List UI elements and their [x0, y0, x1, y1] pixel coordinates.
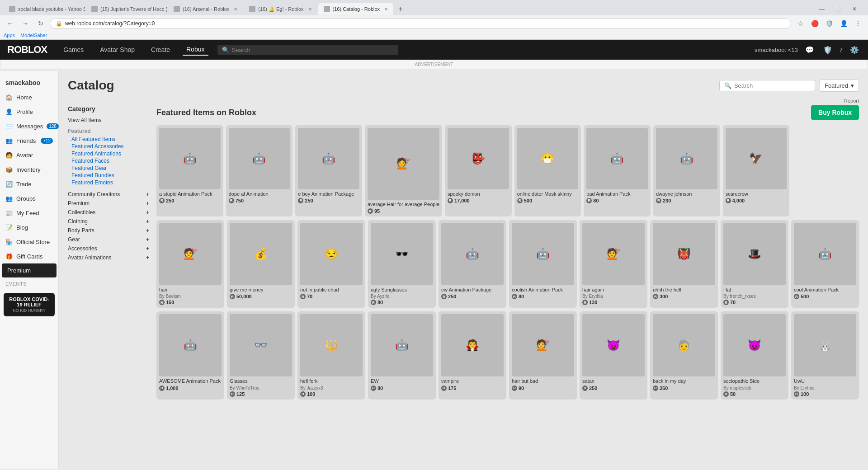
search-bar-top[interactable]: 🔍: [217, 45, 398, 55]
sidebar-item-home[interactable]: 🏠 Home: [0, 90, 58, 104]
cat-community-creations[interactable]: Community Creations +: [68, 190, 149, 199]
tab-5[interactable]: (16) Catalog - Roblox ✕: [318, 3, 394, 15]
sidebar-item-myfeed[interactable]: 📰 My Feed: [0, 206, 58, 220]
item-card-2-3[interactable]: 🤖 EW R 80: [368, 311, 436, 399]
view-all-link[interactable]: View All Items: [68, 116, 149, 124]
item-card-1-9[interactable]: 🤖 cool Animation Pack R 500: [791, 220, 859, 308]
sidebar-item-avatar[interactable]: 🧑 Avatar: [0, 148, 58, 162]
item-price-0-6: R 80: [586, 198, 648, 203]
search-input-top[interactable]: [232, 47, 394, 53]
modelsaber-link[interactable]: ModelSaber: [20, 33, 47, 38]
reload-button[interactable]: ↻: [34, 17, 47, 30]
sidebar-item-blog[interactable]: 📝 Blog: [0, 220, 58, 235]
extension-icon-2[interactable]: 🛡️: [823, 17, 835, 30]
cat-accessories[interactable]: Accessories +: [68, 244, 149, 253]
item-card-0-6[interactable]: 🤖 bad Animation Pack R 80: [584, 125, 651, 216]
sidebar-item-gift-cards[interactable]: 🎁 Gift Cards: [0, 249, 58, 263]
nav-robux[interactable]: Robux: [183, 44, 208, 56]
item-thumb-0-6: 🤖: [586, 128, 648, 189]
nav-avatar-shop[interactable]: Avatar Shop: [96, 44, 138, 55]
item-card-2-1[interactable]: 👓 Glasses By WhoToTrus R 125: [227, 311, 295, 399]
tab-close-4[interactable]: ✕: [308, 7, 312, 12]
cat-featured-gear[interactable]: Featured Gear: [68, 164, 149, 172]
cat-featured-animations[interactable]: Featured Animations: [68, 150, 149, 157]
address-input[interactable]: [65, 20, 785, 27]
minimize-button[interactable]: —: [816, 3, 828, 15]
cat-gear[interactable]: Gear +: [68, 235, 149, 244]
item-card-1-1[interactable]: 💰 give me money R 50,000: [227, 220, 295, 308]
item-card-2-2[interactable]: 🔱 hell fork By Jazzyx3 R 100: [297, 311, 365, 399]
item-card-2-7[interactable]: 🧓 back in my day R 250: [650, 311, 718, 399]
cat-body-parts[interactable]: Body Parts +: [68, 226, 149, 235]
sidebar-item-groups[interactable]: 👥 Groups: [0, 191, 58, 206]
cat-all-featured[interactable]: All Featured Items: [68, 136, 149, 143]
tab-close-5[interactable]: ✕: [384, 7, 388, 12]
item-card-2-5[interactable]: 💇 hair but bad R 90: [509, 311, 577, 399]
tab-4[interactable]: (16) 🔔 Eg! - Roblox ✕: [244, 3, 317, 15]
catalog-search-input[interactable]: [734, 82, 810, 89]
buy-robux-button[interactable]: Buy Robux: [811, 105, 859, 120]
shield-icon[interactable]: 🛡️: [821, 43, 834, 56]
item-card-2-8[interactable]: 😈 sociopathic Side By maplestick R 50: [721, 311, 788, 399]
sidebar-item-messages[interactable]: ✉️ Messages 128: [0, 119, 58, 133]
maximize-button[interactable]: ⬜: [832, 3, 844, 15]
item-card-2-4[interactable]: 🧛 vampire R 175: [439, 311, 506, 399]
menu-icon[interactable]: ⋮: [852, 17, 864, 30]
cat-collectibles[interactable]: Collectibles +: [68, 208, 149, 217]
cat-featured-faces[interactable]: Featured Faces: [68, 157, 149, 164]
item-card-1-8[interactable]: 🎩 Hat By french_rxses R 70: [721, 220, 788, 308]
item-card-1-4[interactable]: 🤖 ew Animation Package R 250: [439, 220, 506, 308]
sort-dropdown[interactable]: Featured ▾: [820, 80, 859, 92]
item-name-2-4: vampire: [441, 378, 504, 384]
tab-1[interactable]: social blade youtube - Yahoo Se... ✕: [4, 3, 85, 15]
report-link[interactable]: Report: [68, 98, 859, 103]
sidebar-item-friends[interactable]: 👥 Friends 712: [0, 133, 58, 148]
item-card-2-0[interactable]: 🤖 AWESOME Animation Pack R 1,000: [156, 311, 224, 399]
item-card-1-6[interactable]: 💇 hair again By Erythia R 130: [580, 220, 647, 308]
sidebar-item-official-store[interactable]: 🏪 Official Store: [0, 235, 58, 249]
nav-create[interactable]: Create: [147, 44, 174, 55]
item-card-0-2[interactable]: 🤖 e boy Animation Package R 250: [295, 125, 362, 216]
apps-link[interactable]: Apps: [4, 33, 15, 38]
item-card-2-6[interactable]: 😈 satan R 250: [580, 311, 647, 399]
item-card-1-2[interactable]: 😒 not in public chad R 70: [297, 220, 365, 308]
tab-3[interactable]: (16) Arsenal - Roblox ✕: [168, 3, 243, 15]
forward-button[interactable]: →: [19, 17, 32, 30]
tab-close-3[interactable]: ✕: [234, 7, 237, 12]
sidebar-item-premium[interactable]: Premium: [2, 263, 57, 277]
new-tab-button[interactable]: +: [394, 3, 407, 15]
item-card-0-0[interactable]: 🤖 a stupid Animation Pack R 250: [156, 125, 223, 216]
bookmark-icon[interactable]: ☆: [794, 17, 807, 30]
extension-icon-1[interactable]: 🔴: [808, 17, 821, 30]
avatar-icon[interactable]: 👤: [837, 17, 850, 30]
cat-premium[interactable]: Premium +: [68, 199, 149, 208]
item-card-0-3[interactable]: 💇 average Hair for average People R 95: [365, 125, 442, 216]
chat-icon[interactable]: 💬: [803, 43, 816, 56]
item-card-1-5[interactable]: 🤖 coolish Animation Pack R 80: [509, 220, 577, 308]
back-button[interactable]: ←: [4, 17, 16, 30]
cat-clothing[interactable]: Clothing +: [68, 217, 149, 226]
item-card-0-5[interactable]: 😷 online dater Mask skinny R 500: [514, 125, 581, 216]
item-card-1-0[interactable]: 💇 hair By Beeism R 150: [156, 220, 224, 308]
cat-featured-accessories[interactable]: Featured Accessories: [68, 143, 149, 150]
item-card-0-8[interactable]: 🦅 scarecrow R 4,000: [723, 125, 790, 216]
catalog-search[interactable]: 🔍: [719, 80, 815, 91]
item-card-0-4[interactable]: 👺 spooky demon R 17,000: [445, 125, 512, 216]
sidebar-item-inventory[interactable]: 📦 Inventory: [0, 162, 58, 177]
cat-featured-emotes[interactable]: Featured Emotes: [68, 179, 149, 186]
cat-featured-bundles[interactable]: Featured Bundles: [68, 172, 149, 179]
sidebar-item-profile[interactable]: 👤 Profile: [0, 104, 58, 119]
item-card-1-3[interactable]: 🕶️ ugly Sunglasses By Ayzria R 80: [368, 220, 436, 308]
item-card-0-1[interactable]: 🤖 dope af Animation R 750: [226, 125, 293, 216]
settings-icon[interactable]: ⚙️: [848, 43, 861, 56]
sidebar-item-trade[interactable]: 🔄 Trade: [0, 177, 58, 191]
item-card-2-9[interactable]: 🐰 UwU By Erythia R 100: [791, 311, 859, 399]
nav-games[interactable]: Games: [60, 44, 87, 55]
close-button[interactable]: ✕: [848, 3, 861, 15]
item-card-1-7[interactable]: 👹 uhhh the hell R 300: [650, 220, 718, 308]
item-card-0-7[interactable]: 🤖 dwayne johnson R 230: [653, 125, 720, 216]
address-bar[interactable]: 🔒: [50, 18, 791, 29]
roblox-logo[interactable]: ROBLOX: [7, 44, 47, 56]
tab-2[interactable]: (15) Jupiter's Towers of Hecc [??? ✕: [86, 3, 167, 15]
cat-avatar-animations[interactable]: Avatar Animations +: [68, 253, 149, 262]
